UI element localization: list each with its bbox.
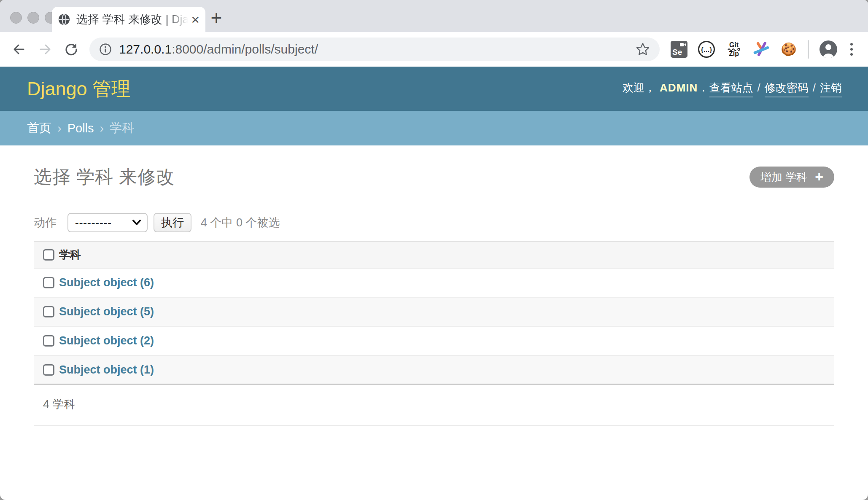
admin-header: Django 管理 欢迎， ADMIN. 查看站点 / 修改密码 / 注销 — [0, 67, 868, 111]
back-button[interactable] — [11, 41, 27, 57]
person-icon — [819, 40, 837, 58]
row-checkbox[interactable] — [43, 335, 54, 347]
url-host: 127.0.0.1 — [119, 42, 172, 56]
breadcrumb-separator: › — [57, 121, 62, 135]
gitzip-top-label: Git — [729, 42, 739, 48]
main-content: 选择 学科 来修改 增加 学科 + 动作 --------- 执行 4 个中 0… — [0, 165, 868, 426]
forward-button — [37, 41, 53, 57]
browser-toolbar: 127.0.0.1:8000/admin/polls/subject/ Se {… — [0, 32, 868, 67]
action-label: 动作 — [34, 215, 57, 230]
username-dot: . — [702, 81, 705, 94]
breadcrumb: 首页 › Polls › 学科 — [0, 111, 868, 145]
change-password-link[interactable]: 修改密码 — [765, 81, 809, 97]
username: ADMIN — [660, 81, 698, 94]
select-all-checkbox[interactable] — [43, 249, 54, 261]
tab-title: 选择 学科 来修改 | Django 站点管理 — [76, 12, 190, 27]
result-list: 学科 Subject object (6) Subject object (5)… — [34, 241, 834, 426]
table-row: Subject object (5) — [34, 298, 834, 327]
page-title: 选择 学科 来修改 — [34, 165, 175, 189]
asterisk-extension-icon[interactable] — [753, 40, 770, 59]
row-checkbox[interactable] — [43, 277, 54, 288]
gitzip-extension-icon[interactable]: Git Zip — [725, 40, 742, 59]
tab-close-icon[interactable]: × — [191, 12, 199, 27]
table-header-row: 学科 — [34, 242, 834, 269]
window-close-button[interactable] — [10, 12, 22, 24]
window-minimize-button[interactable] — [27, 12, 39, 24]
new-tab-button[interactable]: + — [205, 7, 227, 29]
reload-icon — [64, 42, 78, 56]
column-header: 学科 — [59, 247, 81, 262]
breadcrumb-app-link[interactable]: Polls — [67, 121, 94, 135]
browser-window: 选择 学科 来修改 | Django 站点管理 × + — [0, 0, 868, 500]
plus-icon: + — [815, 169, 823, 184]
browser-tab[interactable]: 选择 学科 来修改 | Django 站点管理 × — [52, 7, 205, 32]
browser-menu-button[interactable] — [848, 43, 855, 56]
actions-bar: 动作 --------- 执行 4 个中 0 个被选 — [34, 213, 834, 232]
toolbar-divider — [808, 40, 809, 59]
action-go-button[interactable]: 执行 — [154, 213, 191, 232]
globe-favicon-icon — [58, 13, 70, 26]
welcome-text: 欢迎， — [623, 81, 655, 95]
result-count: 4 学科 — [34, 385, 834, 426]
table-row: Subject object (1) — [34, 356, 834, 385]
site-branding[interactable]: Django 管理 — [27, 76, 130, 102]
link-separator: / — [757, 81, 760, 94]
gitzip-bottom-label: Zip — [729, 51, 739, 57]
url-text[interactable]: 127.0.0.1:8000/admin/polls/subject/ — [119, 42, 318, 56]
tab-strip: 选择 学科 来修改 | Django 站点管理 × + — [0, 0, 868, 32]
breadcrumb-home-link[interactable]: 首页 — [27, 120, 51, 137]
add-subject-button[interactable]: 增加 学科 + — [749, 167, 834, 188]
table-row: Subject object (6) — [34, 269, 834, 298]
window-controls — [10, 12, 57, 24]
selenium-extension-icon[interactable]: Se — [671, 40, 687, 59]
row-checkbox[interactable] — [43, 364, 54, 376]
object-link[interactable]: Subject object (1) — [59, 363, 154, 376]
camera-icon — [680, 43, 686, 47]
reload-button[interactable] — [63, 41, 79, 57]
chevron-down-icon — [132, 219, 142, 226]
cookie-extension-icon[interactable]: 🍪 — [780, 40, 797, 59]
link-separator: / — [813, 81, 816, 94]
json-viewer-extension-icon[interactable]: {…} — [698, 40, 715, 59]
object-link[interactable]: Subject object (6) — [59, 276, 154, 289]
selenium-label: Se — [672, 48, 682, 57]
action-select[interactable]: --------- — [67, 213, 148, 232]
page-info-icon[interactable] — [99, 43, 112, 56]
forward-arrow-icon — [38, 42, 52, 56]
breadcrumb-separator: › — [100, 121, 104, 135]
extensions-area: Se {…} Git Zip — [671, 40, 855, 59]
logout-link[interactable]: 注销 — [820, 81, 842, 97]
table-row: Subject object (2) — [34, 327, 834, 356]
url-bar[interactable]: 127.0.0.1:8000/admin/polls/subject/ — [89, 38, 660, 61]
action-selected-option: --------- — [75, 216, 112, 229]
row-checkbox[interactable] — [43, 306, 54, 317]
back-arrow-icon — [12, 42, 26, 56]
user-tools: 欢迎， ADMIN. 查看站点 / 修改密码 / 注销 — [623, 81, 842, 97]
braces-label: {…} — [698, 41, 715, 58]
selection-counter: 4 个中 0 个被选 — [201, 215, 280, 230]
profile-avatar[interactable] — [819, 40, 837, 58]
url-path: :8000/admin/polls/subject/ — [172, 42, 318, 56]
breadcrumb-current: 学科 — [110, 120, 134, 137]
object-link[interactable]: Subject object (2) — [59, 334, 154, 347]
bookmark-star-icon[interactable] — [635, 42, 650, 57]
object-link[interactable]: Subject object (5) — [59, 305, 154, 318]
add-subject-label: 增加 学科 — [760, 170, 807, 185]
view-site-link[interactable]: 查看站点 — [709, 81, 753, 97]
